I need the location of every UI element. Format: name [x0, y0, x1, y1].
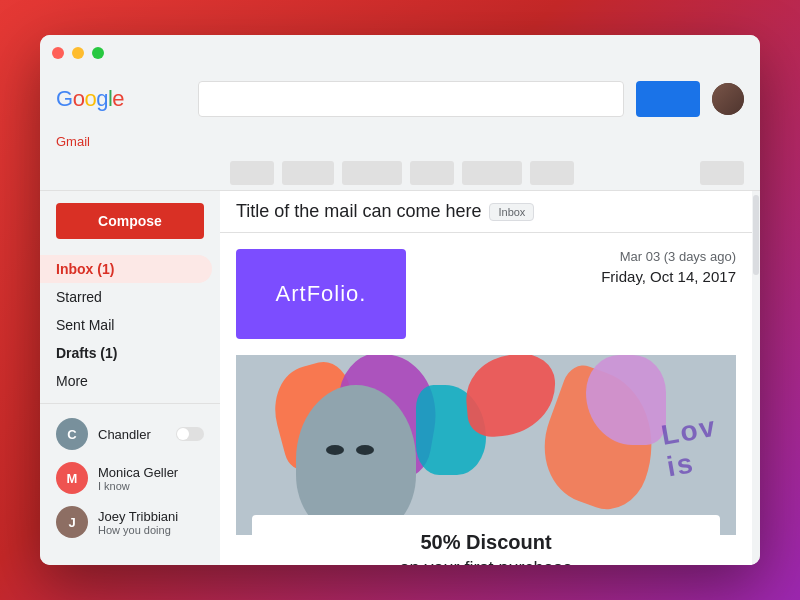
- user-avatar[interactable]: [712, 83, 744, 115]
- product-label: Gmail: [56, 134, 90, 149]
- joey-info: Joey Tribbiani How you doing: [98, 509, 178, 536]
- maximize-button[interactable]: [92, 47, 104, 59]
- close-button[interactable]: [52, 47, 64, 59]
- chandler-left: C Chandler: [56, 418, 151, 450]
- joey-avatar: J: [56, 506, 88, 538]
- starred-label: Starred: [56, 289, 102, 305]
- sidebar-divider: [40, 403, 220, 404]
- chandler-status-toggle[interactable]: [176, 427, 204, 441]
- toolbar-btn-2[interactable]: [282, 161, 334, 185]
- sidebar-item-drafts[interactable]: Drafts (1): [40, 339, 212, 367]
- graffiti-eye-right: [356, 445, 374, 455]
- sidebar-item-starred[interactable]: Starred: [40, 283, 212, 311]
- discount-title: 50% Discount: [268, 531, 704, 554]
- inbox-label: Inbox (1): [56, 261, 114, 277]
- email-subject: Title of the mail can come here: [236, 201, 481, 222]
- email-date-main: Friday, Oct 14, 2017: [601, 268, 736, 285]
- chandler-name: Chandler: [98, 427, 151, 442]
- sent-label: Sent Mail: [56, 317, 114, 333]
- contact-item-joey[interactable]: J Joey Tribbiani How you doing: [40, 500, 220, 544]
- toolbar-btn-4[interactable]: [410, 161, 454, 185]
- discount-section: 50% Discount on your first purchase We a…: [252, 515, 720, 565]
- avatar-image: [712, 83, 744, 115]
- email-body: ArtFolio. Mar 03 (3 days ago) Friday, Oc…: [220, 233, 752, 565]
- inbox-badge: Inbox: [489, 203, 534, 221]
- graffiti-eye-left: [326, 445, 344, 455]
- toolbar-btn-1[interactable]: [230, 161, 274, 185]
- sidebar-item-more[interactable]: More: [40, 367, 212, 395]
- toolbar-btn-7[interactable]: [700, 161, 744, 185]
- google-logo: Google: [56, 86, 186, 112]
- toolbar-btn-6[interactable]: [530, 161, 574, 185]
- monica-info: Monica Geller I know: [98, 465, 178, 492]
- logo-letter-o1: o: [73, 86, 85, 112]
- email-hero-image: Lovis: [236, 355, 736, 535]
- compose-button[interactable]: Compose: [56, 203, 204, 239]
- search-button[interactable]: [636, 81, 700, 117]
- sidebar-item-inbox[interactable]: Inbox (1): [40, 255, 212, 283]
- browser-window: Google Gmail Compose Inbox (1) Starred: [40, 35, 760, 565]
- email-content-area: Title of the mail can come here Inbox Ar…: [220, 191, 752, 565]
- search-input[interactable]: [198, 81, 624, 117]
- contact-item-chandler[interactable]: C Chandler: [40, 412, 220, 456]
- drafts-label: Drafts (1): [56, 345, 117, 361]
- graffiti-face: [296, 385, 416, 535]
- sidebar: Compose Inbox (1) Starred Sent Mail Draf…: [40, 191, 220, 565]
- discount-subtitle: on your first purchase: [268, 558, 704, 565]
- email-toolbar: [40, 155, 760, 191]
- toolbar-btn-5[interactable]: [462, 161, 522, 185]
- email-date-section: Mar 03 (3 days ago) Friday, Oct 14, 2017: [601, 249, 736, 285]
- email-subject-bar: Title of the mail can come here Inbox: [220, 191, 752, 233]
- minimize-button[interactable]: [72, 47, 84, 59]
- artfolio-logo: ArtFolio.: [236, 249, 406, 339]
- logo-letter-g2: g: [96, 86, 108, 112]
- logo-letter-g: G: [56, 86, 73, 112]
- sidebar-item-sent[interactable]: Sent Mail: [40, 311, 212, 339]
- monica-name: Monica Geller: [98, 465, 178, 480]
- main-content: Compose Inbox (1) Starred Sent Mail Draf…: [40, 191, 760, 565]
- email-date-meta: Mar 03 (3 days ago): [601, 249, 736, 264]
- email-header-row: ArtFolio. Mar 03 (3 days ago) Friday, Oc…: [236, 249, 736, 339]
- more-label: More: [56, 373, 88, 389]
- joey-name: Joey Tribbiani: [98, 509, 178, 524]
- logo-letter-e: e: [112, 86, 124, 112]
- contact-item-monica[interactable]: M Monica Geller I know: [40, 456, 220, 500]
- joey-preview: How you doing: [98, 524, 178, 536]
- toolbar-btn-3[interactable]: [342, 161, 402, 185]
- monica-preview: I know: [98, 480, 178, 492]
- monica-avatar: M: [56, 462, 88, 494]
- scrollbar-thumb[interactable]: [753, 195, 759, 275]
- logo-letter-o2: o: [84, 86, 96, 112]
- chandler-avatar: C: [56, 418, 88, 450]
- title-bar: [40, 35, 760, 71]
- graffiti-love-text: Lovis: [659, 411, 725, 484]
- app-header: Google: [40, 71, 760, 127]
- scrollbar-track[interactable]: [752, 191, 760, 565]
